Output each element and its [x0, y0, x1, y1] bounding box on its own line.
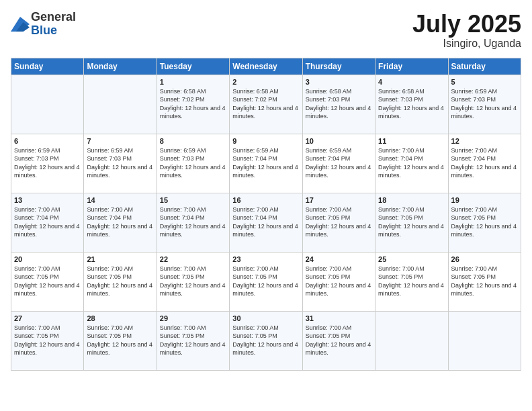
logo-blue-text: Blue — [31, 24, 57, 37]
day-detail: Sunrise: 6:58 AMSunset: 7:03 PMDaylight:… — [378, 88, 444, 120]
day-detail: Sunrise: 7:00 AMSunset: 7:05 PMDaylight:… — [306, 324, 371, 357]
day-number: 2 — [232, 78, 299, 86]
day-number: 22 — [160, 255, 226, 263]
day-detail: Sunrise: 7:00 AMSunset: 7:05 PMDaylight:… — [451, 265, 517, 298]
day-number: 29 — [160, 314, 226, 322]
day-number: 31 — [306, 314, 372, 322]
header-sunday: Sunday — [11, 58, 84, 75]
calendar-cell: 1 Sunrise: 6:58 AMSunset: 7:02 PMDayligh… — [157, 75, 229, 134]
day-detail: Sunrise: 7:00 AMSunset: 7:05 PMDaylight:… — [14, 324, 80, 357]
day-detail: Sunrise: 6:58 AMSunset: 7:02 PMDaylight:… — [232, 88, 298, 120]
month-year: July 2025 — [412, 11, 521, 38]
day-detail: Sunrise: 6:59 AMSunset: 7:03 PMDaylight:… — [451, 88, 517, 120]
calendar-cell — [448, 311, 521, 370]
day-number: 11 — [378, 137, 445, 145]
day-detail: Sunrise: 6:59 AMSunset: 7:04 PMDaylight:… — [232, 147, 298, 179]
day-detail: Sunrise: 6:59 AMSunset: 7:03 PMDaylight:… — [87, 147, 152, 179]
day-detail: Sunrise: 6:58 AMSunset: 7:03 PMDaylight:… — [306, 88, 371, 120]
calendar-cell: 30 Sunrise: 7:00 AMSunset: 7:05 PMDaylig… — [230, 311, 302, 370]
calendar-week-1: 1 Sunrise: 6:58 AMSunset: 7:02 PMDayligh… — [11, 75, 521, 134]
day-detail: Sunrise: 7:00 AMSunset: 7:05 PMDaylight:… — [87, 265, 152, 298]
header-thursday: Thursday — [302, 58, 375, 75]
calendar-cell: 2 Sunrise: 6:58 AMSunset: 7:02 PMDayligh… — [230, 75, 302, 134]
day-number: 30 — [232, 314, 299, 322]
calendar-cell: 5 Sunrise: 6:59 AMSunset: 7:03 PMDayligh… — [448, 75, 521, 134]
weekday-header-row: Sunday Monday Tuesday Wednesday Thursday… — [11, 58, 521, 75]
day-number: 14 — [87, 196, 153, 204]
day-number: 6 — [14, 137, 81, 145]
day-number: 12 — [451, 137, 518, 145]
calendar-cell: 24 Sunrise: 7:00 AMSunset: 7:05 PMDaylig… — [302, 252, 375, 311]
header-friday: Friday — [375, 58, 448, 75]
calendar-week-5: 27 Sunrise: 7:00 AMSunset: 7:05 PMDaylig… — [11, 311, 521, 370]
header-monday: Monday — [84, 58, 157, 75]
day-detail: Sunrise: 7:00 AMSunset: 7:05 PMDaylight:… — [378, 265, 444, 298]
calendar-cell: 4 Sunrise: 6:58 AMSunset: 7:03 PMDayligh… — [375, 75, 448, 134]
day-number: 5 — [451, 78, 518, 86]
day-detail: Sunrise: 7:00 AMSunset: 7:04 PMDaylight:… — [160, 206, 226, 238]
calendar-cell: 31 Sunrise: 7:00 AMSunset: 7:05 PMDaylig… — [302, 311, 375, 370]
day-detail: Sunrise: 6:59 AMSunset: 7:04 PMDaylight:… — [306, 147, 371, 179]
day-number: 24 — [306, 255, 372, 263]
calendar-cell: 9 Sunrise: 6:59 AMSunset: 7:04 PMDayligh… — [230, 134, 302, 193]
calendar-cell: 12 Sunrise: 7:00 AMSunset: 7:04 PMDaylig… — [448, 134, 521, 193]
day-detail: Sunrise: 6:59 AMSunset: 7:03 PMDaylight:… — [14, 147, 80, 179]
day-detail: Sunrise: 7:00 AMSunset: 7:04 PMDaylight:… — [14, 206, 80, 238]
day-number: 7 — [87, 137, 153, 145]
calendar-cell: 27 Sunrise: 7:00 AMSunset: 7:05 PMDaylig… — [11, 311, 84, 370]
header-tuesday: Tuesday — [157, 58, 229, 75]
day-number: 15 — [160, 196, 226, 204]
day-detail: Sunrise: 7:00 AMSunset: 7:05 PMDaylight:… — [160, 324, 226, 357]
day-number: 1 — [160, 78, 226, 86]
day-detail: Sunrise: 7:00 AMSunset: 7:05 PMDaylight:… — [451, 206, 517, 238]
day-number: 8 — [160, 137, 226, 145]
day-number: 18 — [378, 196, 445, 204]
day-detail: Sunrise: 7:00 AMSunset: 7:05 PMDaylight:… — [87, 324, 152, 357]
calendar-cell: 14 Sunrise: 7:00 AMSunset: 7:04 PMDaylig… — [84, 193, 157, 252]
logo-icon — [11, 17, 30, 32]
day-detail: Sunrise: 7:00 AMSunset: 7:04 PMDaylight:… — [378, 147, 444, 179]
title-block: July 2025 Isingiro, Uganda — [412, 11, 521, 50]
calendar-cell: 29 Sunrise: 7:00 AMSunset: 7:05 PMDaylig… — [157, 311, 229, 370]
calendar-cell: 11 Sunrise: 7:00 AMSunset: 7:04 PMDaylig… — [375, 134, 448, 193]
calendar-cell: 28 Sunrise: 7:00 AMSunset: 7:05 PMDaylig… — [84, 311, 157, 370]
day-detail: Sunrise: 7:00 AMSunset: 7:05 PMDaylight:… — [306, 206, 371, 238]
calendar-cell: 8 Sunrise: 6:59 AMSunset: 7:03 PMDayligh… — [157, 134, 229, 193]
location: Isingiro, Uganda — [412, 38, 521, 50]
day-number: 26 — [451, 255, 518, 263]
day-number: 25 — [378, 255, 445, 263]
calendar-cell: 16 Sunrise: 7:00 AMSunset: 7:04 PMDaylig… — [230, 193, 302, 252]
calendar-cell: 10 Sunrise: 6:59 AMSunset: 7:04 PMDaylig… — [302, 134, 375, 193]
calendar-cell: 25 Sunrise: 7:00 AMSunset: 7:05 PMDaylig… — [375, 252, 448, 311]
day-number: 19 — [451, 196, 518, 204]
day-number: 16 — [232, 196, 299, 204]
day-detail: Sunrise: 6:58 AMSunset: 7:02 PMDaylight:… — [160, 88, 226, 120]
day-detail: Sunrise: 7:00 AMSunset: 7:04 PMDaylight:… — [87, 206, 152, 238]
day-detail: Sunrise: 6:59 AMSunset: 7:03 PMDaylight:… — [160, 147, 226, 179]
calendar-week-4: 20 Sunrise: 7:00 AMSunset: 7:05 PMDaylig… — [11, 252, 521, 311]
day-number: 3 — [306, 78, 372, 86]
day-number: 17 — [306, 196, 372, 204]
calendar-cell: 19 Sunrise: 7:00 AMSunset: 7:05 PMDaylig… — [448, 193, 521, 252]
day-number: 13 — [14, 196, 81, 204]
day-number: 10 — [306, 137, 372, 145]
calendar-cell: 26 Sunrise: 7:00 AMSunset: 7:05 PMDaylig… — [448, 252, 521, 311]
day-detail: Sunrise: 7:00 AMSunset: 7:05 PMDaylight:… — [306, 265, 371, 298]
calendar-cell: 22 Sunrise: 7:00 AMSunset: 7:05 PMDaylig… — [157, 252, 229, 311]
calendar-cell: 21 Sunrise: 7:00 AMSunset: 7:05 PMDaylig… — [84, 252, 157, 311]
page-header: General Blue July 2025 Isingiro, Uganda — [11, 11, 521, 50]
calendar-cell: 13 Sunrise: 7:00 AMSunset: 7:04 PMDaylig… — [11, 193, 84, 252]
calendar-cell: 6 Sunrise: 6:59 AMSunset: 7:03 PMDayligh… — [11, 134, 84, 193]
day-number: 23 — [232, 255, 299, 263]
logo-general-text: General — [31, 10, 76, 24]
calendar-cell: 15 Sunrise: 7:00 AMSunset: 7:04 PMDaylig… — [157, 193, 229, 252]
day-detail: Sunrise: 7:00 AMSunset: 7:05 PMDaylight:… — [378, 206, 444, 238]
day-detail: Sunrise: 7:00 AMSunset: 7:05 PMDaylight:… — [232, 265, 298, 298]
day-detail: Sunrise: 7:00 AMSunset: 7:04 PMDaylight:… — [232, 206, 298, 238]
day-detail: Sunrise: 7:00 AMSunset: 7:04 PMDaylight:… — [451, 147, 517, 179]
logo: General Blue — [11, 11, 76, 38]
calendar-cell: 18 Sunrise: 7:00 AMSunset: 7:05 PMDaylig… — [375, 193, 448, 252]
day-number: 21 — [87, 255, 153, 263]
calendar-cell: 7 Sunrise: 6:59 AMSunset: 7:03 PMDayligh… — [84, 134, 157, 193]
calendar-cell: 3 Sunrise: 6:58 AMSunset: 7:03 PMDayligh… — [302, 75, 375, 134]
